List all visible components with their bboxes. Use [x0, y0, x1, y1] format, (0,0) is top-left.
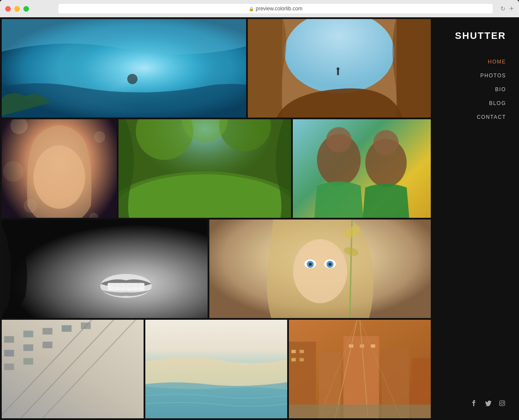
- svg-rect-79: [289, 404, 431, 418]
- svg-point-43: [328, 263, 331, 266]
- url-text: preview.colorlib.com: [256, 6, 302, 12]
- photo-smile-bw[interactable]: [2, 220, 208, 318]
- svg-rect-57: [42, 328, 52, 334]
- svg-point-14: [3, 161, 24, 182]
- photo-trees[interactable]: [119, 119, 291, 218]
- svg-rect-71: [300, 358, 304, 362]
- svg-point-37: [293, 239, 347, 303]
- svg-rect-56: [23, 358, 33, 365]
- svg-rect-7: [337, 70, 339, 75]
- gallery-row-2: [2, 119, 431, 218]
- svg-rect-69: [300, 350, 304, 353]
- svg-rect-54: [23, 331, 33, 337]
- svg-point-25: [326, 127, 352, 153]
- svg-rect-60: [81, 322, 91, 329]
- site-logo[interactable]: SHUTTER: [455, 30, 506, 41]
- svg-rect-80: [500, 401, 505, 406]
- instagram-icon[interactable]: [498, 399, 506, 407]
- photo-arch[interactable]: [248, 19, 431, 118]
- svg-rect-59: [62, 325, 72, 332]
- browser-dot-minimize[interactable]: [14, 6, 20, 12]
- url-bar[interactable]: 🔒 preview.colorlib.com: [58, 4, 493, 13]
- svg-point-82: [503, 401, 504, 402]
- svg-point-27: [373, 130, 399, 156]
- svg-rect-68: [292, 350, 296, 353]
- photo-surf[interactable]: [2, 19, 246, 118]
- facebook-icon[interactable]: [471, 399, 478, 407]
- svg-rect-58: [42, 342, 52, 348]
- nav-item-photos[interactable]: PHOTOS: [481, 73, 506, 79]
- social-links: [471, 399, 506, 407]
- gallery-row-1: [2, 19, 431, 118]
- svg-rect-70: [292, 358, 296, 362]
- photo-portrait-girl[interactable]: [2, 119, 117, 218]
- photo-aerial-water[interactable]: [145, 320, 287, 418]
- svg-rect-28: [2, 220, 208, 318]
- nav-menu: HOME PHOTOS BIO BLOG CONTACT: [477, 59, 506, 120]
- gallery-area: [0, 17, 432, 420]
- svg-point-42: [309, 263, 312, 266]
- photo-building-angle[interactable]: [2, 320, 144, 418]
- nav-item-blog[interactable]: BLOG: [489, 100, 506, 106]
- sidebar: SHUTTER HOME PHOTOS BIO BLOG CONTACT: [432, 17, 519, 420]
- twitter-icon[interactable]: [484, 399, 492, 407]
- svg-point-11: [94, 131, 106, 143]
- browser-dot-fullscreen[interactable]: [23, 6, 29, 12]
- lock-icon: 🔒: [249, 6, 254, 11]
- svg-point-15: [33, 146, 85, 209]
- svg-point-81: [501, 402, 503, 404]
- svg-point-8: [336, 67, 339, 70]
- svg-rect-55: [23, 344, 33, 351]
- photo-friends[interactable]: [293, 119, 431, 218]
- refresh-icon[interactable]: ↻: [500, 5, 506, 12]
- svg-rect-51: [4, 336, 14, 343]
- svg-point-2: [127, 74, 138, 84]
- site-wrapper: SHUTTER HOME PHOTOS BIO BLOG CONTACT: [0, 17, 519, 420]
- photo-city-bridge[interactable]: [289, 320, 431, 418]
- photo-blonde[interactable]: [209, 220, 431, 318]
- new-tab-button[interactable]: +: [509, 4, 514, 13]
- svg-rect-52: [4, 350, 14, 356]
- nav-item-home[interactable]: HOME: [488, 59, 506, 65]
- browser-chrome: 🔒 preview.colorlib.com ↻ +: [0, 0, 519, 17]
- browser-dot-close[interactable]: [5, 6, 11, 12]
- gallery-row-4: [2, 320, 431, 418]
- nav-item-contact[interactable]: CONTACT: [477, 114, 506, 120]
- gallery-row-3: [2, 220, 431, 318]
- svg-rect-53: [4, 363, 14, 370]
- nav-item-bio[interactable]: BIO: [495, 86, 506, 92]
